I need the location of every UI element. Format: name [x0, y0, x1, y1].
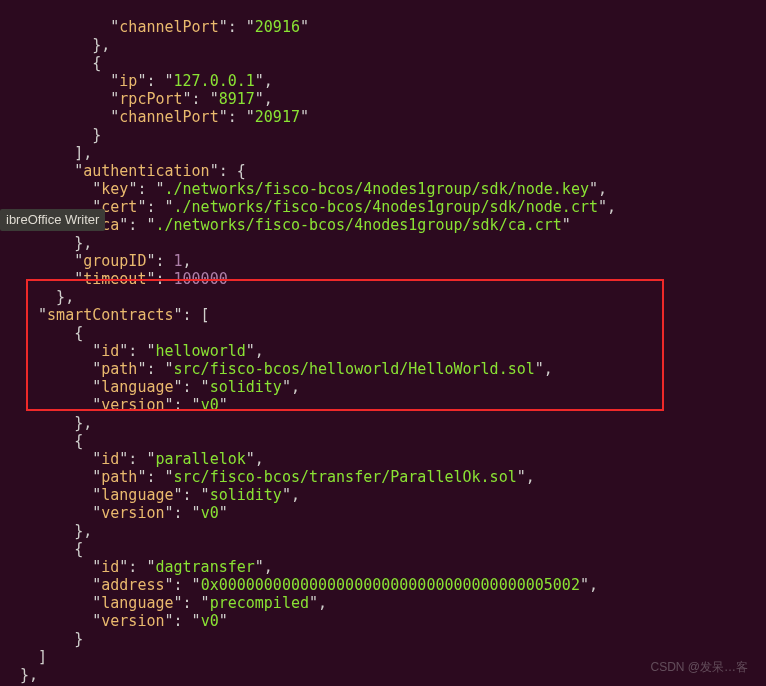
- json-value: src/fisco-bcos/helloworld/HelloWorld.sol: [174, 360, 535, 378]
- json-value: v0: [201, 612, 219, 630]
- json-key: channelPort: [119, 18, 218, 36]
- json-value: ./networks/fisco-bcos/4nodes1group/sdk/n…: [174, 198, 598, 216]
- json-key: path: [101, 468, 137, 486]
- json-key: version: [101, 396, 164, 414]
- json-value: solidity: [210, 486, 282, 504]
- json-value: src/fisco-bcos/transfer/ParallelOk.sol: [174, 468, 517, 486]
- json-key: version: [101, 612, 164, 630]
- json-value: 100000: [174, 270, 228, 288]
- json-value: parallelok: [155, 450, 245, 468]
- json-value: ./networks/fisco-bcos/4nodes1group/sdk/n…: [165, 180, 589, 198]
- json-key: channelPort: [119, 108, 218, 126]
- json-value: v0: [201, 504, 219, 522]
- json-value: 20917: [255, 108, 300, 126]
- json-key: key: [101, 180, 128, 198]
- json-value: 8917: [219, 90, 255, 108]
- taskbar-tooltip: ibreOffice Writer: [0, 209, 105, 231]
- json-key: path: [101, 360, 137, 378]
- json-key: id: [101, 558, 119, 576]
- json-key: language: [101, 594, 173, 612]
- json-key: address: [101, 576, 164, 594]
- json-key: groupID: [83, 252, 146, 270]
- json-key: rpcPort: [119, 90, 182, 108]
- json-value: 127.0.0.1: [174, 72, 255, 90]
- json-value: 0x00000000000000000000000000000000000050…: [201, 576, 580, 594]
- code-editor[interactable]: "channelPort": "20916" }, { "ip": "127.0…: [0, 0, 766, 686]
- json-key: timeout: [83, 270, 146, 288]
- json-value: precompiled: [210, 594, 309, 612]
- json-value: 20916: [255, 18, 300, 36]
- json-value: dagtransfer: [155, 558, 254, 576]
- watermark: CSDN @发呆…客: [650, 658, 748, 676]
- json-key: smartContracts: [47, 306, 173, 324]
- json-key: authentication: [83, 162, 209, 180]
- json-key: id: [101, 342, 119, 360]
- json-key: language: [101, 378, 173, 396]
- json-value: v0: [201, 396, 219, 414]
- json-key: ip: [119, 72, 137, 90]
- json-key: id: [101, 450, 119, 468]
- json-value: 1: [174, 252, 183, 270]
- json-key: language: [101, 486, 173, 504]
- json-value: solidity: [210, 378, 282, 396]
- json-value: ./networks/fisco-bcos/4nodes1group/sdk/c…: [155, 216, 561, 234]
- json-key: cert: [101, 198, 137, 216]
- json-value: helloworld: [155, 342, 245, 360]
- json-key: version: [101, 504, 164, 522]
